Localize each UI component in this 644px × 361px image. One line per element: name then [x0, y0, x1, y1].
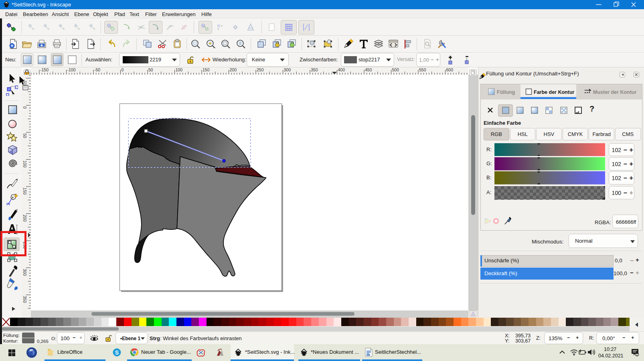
svg-text:300: 300 — [284, 67, 291, 72]
svg-text:350: 350 — [311, 67, 318, 72]
svg-text:400: 400 — [338, 67, 345, 72]
svg-text:100: 100 — [22, 160, 27, 168]
svg-text:1: 1 — [636, 353, 638, 356]
svg-text:-100: -100 — [67, 67, 76, 72]
svg-text:S: S — [115, 349, 119, 356]
svg-text:0: 0 — [22, 106, 27, 109]
svg-text:100: 100 — [176, 67, 183, 72]
svg-text:200: 200 — [22, 215, 27, 222]
svg-text:0: 0 — [122, 67, 124, 72]
svg-text:250: 250 — [257, 67, 264, 72]
svg-text:-150: -150 — [40, 67, 49, 72]
svg-text:50: 50 — [148, 67, 153, 72]
svg-text:150: 150 — [22, 188, 27, 195]
svg-text:600: 600 — [446, 67, 454, 72]
svg-text:500: 500 — [392, 67, 399, 72]
svg-text:300: 300 — [22, 269, 27, 276]
svg-text:350: 350 — [22, 296, 27, 303]
svg-text:450: 450 — [365, 67, 372, 72]
svg-text:-50: -50 — [94, 67, 100, 72]
svg-text:50: 50 — [22, 134, 27, 138]
svg-text:150: 150 — [203, 67, 210, 72]
svg-text:200: 200 — [230, 67, 237, 72]
svg-text:550: 550 — [419, 67, 426, 72]
